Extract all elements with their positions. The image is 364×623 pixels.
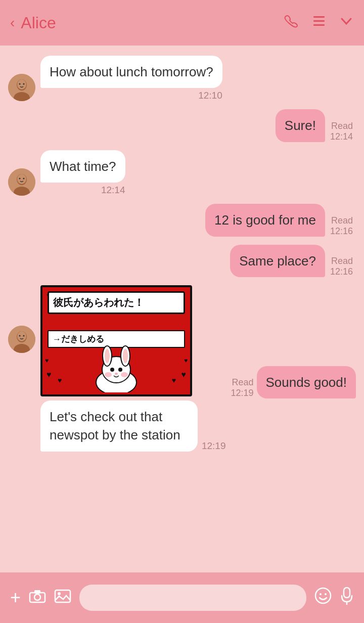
message-bubble: Same place?: [230, 245, 325, 277]
svg-point-30: [105, 372, 112, 377]
svg-point-31: [121, 372, 128, 377]
svg-point-39: [325, 593, 327, 595]
message-text: 12 is good for me: [214, 212, 316, 228]
sticker: ♥ ♥ ♥ ♥ ♥ ♥ ♥ ♥ ♥ ♥ ♥ ♥ 彼氏があらわれた！ →だきしめる: [40, 285, 192, 396]
svg-point-26: [123, 349, 128, 363]
outgoing-sounds-good: Read 12:19 Sounds good!: [231, 366, 356, 398]
svg-point-25: [105, 349, 110, 363]
message-content: Same place?: [230, 245, 325, 277]
message-text: Sounds good!: [266, 375, 347, 390]
message-text: How about lunch tomorrow?: [50, 64, 213, 79]
svg-point-18: [17, 331, 26, 341]
message-bubble: How about lunch tomorrow?: [40, 56, 222, 88]
svg-point-8: [23, 83, 25, 85]
read-label: Read: [331, 121, 353, 131]
message-text: Sure!: [285, 118, 316, 133]
message-content: What time? 12:14: [40, 150, 125, 196]
contact-name: Alice: [21, 14, 284, 32]
message-time: 12:19: [231, 388, 253, 398]
svg-point-28: [118, 368, 122, 372]
message-time: 12:10: [198, 90, 222, 101]
chat-header: ‹ Alice: [0, 0, 364, 46]
svg-point-36: [58, 592, 61, 595]
svg-point-33: [34, 594, 40, 600]
message-bubble: 12 is good for me: [205, 204, 325, 236]
call-icon[interactable]: [284, 14, 299, 32]
message-time: 12:16: [330, 266, 353, 277]
message-time: 12:16: [330, 226, 353, 237]
svg-point-13: [19, 178, 21, 180]
message-time: 12:14: [330, 131, 353, 142]
svg-rect-34: [34, 590, 40, 594]
svg-rect-40: [344, 588, 350, 598]
message-content: Sure!: [276, 109, 325, 142]
chevron-down-icon[interactable]: [339, 14, 354, 32]
message-text: Let's check out that newspot by the stat…: [50, 409, 180, 442]
message-row: Read 12:16 Same place?: [8, 245, 356, 277]
svg-point-7: [19, 83, 21, 85]
message-bubble: What time?: [40, 150, 125, 183]
plus-button[interactable]: +: [10, 587, 21, 608]
message-time: 12:14: [101, 185, 125, 196]
incoming-text-row: Let's check out that newspot by the stat…: [40, 401, 225, 452]
message-content: How about lunch tomorrow? 12:10: [40, 56, 222, 101]
avatar: [8, 74, 35, 101]
avatar: [8, 326, 35, 353]
message-meta: Read 12:16: [330, 215, 353, 237]
message-meta: Read 12:14: [330, 121, 353, 142]
sticker-speech-text: 彼氏があらわれた！: [53, 297, 144, 308]
sticker-section: ♥ ♥ ♥ ♥ ♥ ♥ ♥ ♥ ♥ ♥ ♥ ♥ 彼氏があらわれた！ →だきしめる: [8, 285, 356, 452]
header-icons: [284, 14, 354, 32]
message-content: 12 is good for me: [205, 204, 325, 236]
message-meta: Read 12:16: [330, 256, 353, 277]
sticker-bunny: [86, 342, 147, 394]
svg-point-6: [17, 79, 26, 90]
message-bubble: Sounds good!: [257, 366, 356, 398]
camera-button[interactable]: [29, 589, 46, 607]
svg-rect-1: [313, 20, 325, 22]
svg-point-37: [315, 588, 331, 603]
image-button[interactable]: [54, 589, 71, 607]
message-bubble: Let's check out that newspot by the stat…: [40, 401, 198, 452]
back-button[interactable]: ‹: [10, 15, 15, 31]
message-text: What time?: [50, 159, 116, 174]
message-row: What time? 12:14: [8, 150, 356, 196]
svg-point-14: [23, 178, 25, 180]
message-text: Same place?: [239, 253, 316, 269]
bottom-bar: +: [0, 572, 364, 623]
svg-point-38: [320, 593, 322, 595]
svg-point-20: [23, 335, 25, 336]
message-input[interactable]: [79, 585, 306, 611]
svg-point-29: [115, 373, 118, 375]
read-label: Read: [331, 215, 353, 226]
message-row: Read 12:14 Sure!: [8, 109, 356, 142]
menu-icon[interactable]: [311, 14, 327, 32]
message-bubble: Sure!: [276, 109, 325, 142]
message-time: 12:19: [202, 440, 226, 452]
emoji-button[interactable]: [314, 587, 332, 608]
incoming-complex: ♥ ♥ ♥ ♥ ♥ ♥ ♥ ♥ ♥ ♥ ♥ ♥ 彼氏があらわれた！ →だきしめる: [40, 285, 225, 452]
svg-point-27: [110, 368, 114, 372]
read-label: Read: [232, 377, 254, 388]
mic-button[interactable]: [340, 587, 354, 609]
chat-area: How about lunch tomorrow? 12:10 Read 12:…: [0, 46, 364, 572]
read-label: Read: [331, 256, 353, 266]
message-row: How about lunch tomorrow? 12:10: [8, 56, 356, 101]
sticker-speech-bubble: 彼氏があらわれた！: [48, 291, 185, 314]
svg-rect-35: [55, 590, 70, 602]
avatar: [8, 168, 35, 196]
svg-rect-2: [313, 24, 325, 26]
svg-rect-0: [313, 16, 325, 18]
svg-point-19: [19, 335, 21, 336]
message-row: Read 12:16 12 is good for me: [8, 204, 356, 236]
svg-point-12: [17, 174, 26, 184]
